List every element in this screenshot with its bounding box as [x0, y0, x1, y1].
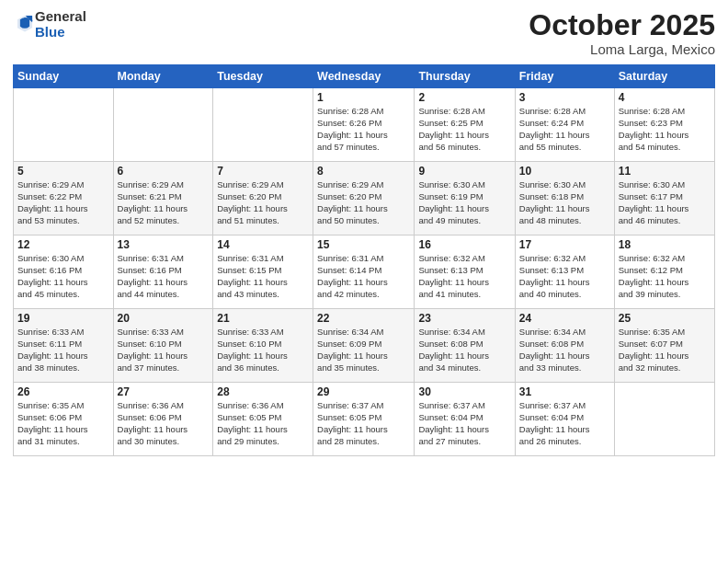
calendar-cell: 24Sunrise: 6:34 AM Sunset: 6:08 PM Dayli…	[515, 309, 614, 383]
calendar-table: SundayMondayTuesdayWednesdayThursdayFrid…	[13, 64, 715, 456]
day-number: 14	[217, 238, 309, 251]
day-number: 19	[17, 312, 109, 325]
day-number: 26	[17, 385, 109, 398]
calendar-cell: 20Sunrise: 6:33 AM Sunset: 6:10 PM Dayli…	[113, 309, 213, 383]
day-number: 28	[217, 385, 309, 398]
day-number: 29	[317, 385, 410, 398]
day-number: 12	[17, 238, 109, 251]
day-info: Sunrise: 6:34 AM Sunset: 6:08 PM Dayligh…	[519, 327, 610, 373]
calendar-cell: 18Sunrise: 6:32 AM Sunset: 6:12 PM Dayli…	[614, 236, 714, 309]
day-info: Sunrise: 6:36 AM Sunset: 6:06 PM Dayligh…	[118, 400, 210, 447]
weekday-header-thursday: Thursday	[415, 65, 515, 88]
title-block: October 2025 Loma Larga, Mexico	[529, 9, 715, 57]
day-info: Sunrise: 6:32 AM Sunset: 6:12 PM Dayligh…	[619, 253, 711, 300]
day-number: 25	[619, 312, 711, 325]
week-row-1: 1Sunrise: 6:28 AM Sunset: 6:26 PM Daylig…	[14, 88, 715, 162]
calendar-cell: 21Sunrise: 6:33 AM Sunset: 6:10 PM Dayli…	[213, 309, 313, 383]
day-number: 23	[418, 312, 510, 325]
calendar-cell: 31Sunrise: 6:37 AM Sunset: 6:04 PM Dayli…	[515, 383, 614, 456]
day-info: Sunrise: 6:31 AM Sunset: 6:14 PM Dayligh…	[317, 253, 410, 300]
day-number: 22	[317, 312, 410, 325]
day-info: Sunrise: 6:31 AM Sunset: 6:16 PM Dayligh…	[118, 253, 210, 300]
calendar-cell: 6Sunrise: 6:29 AM Sunset: 6:21 PM Daylig…	[113, 162, 213, 236]
day-info: Sunrise: 6:32 AM Sunset: 6:13 PM Dayligh…	[418, 253, 510, 300]
calendar-cell: 27Sunrise: 6:36 AM Sunset: 6:06 PM Dayli…	[113, 383, 213, 456]
main-container: General Blue October 2025 Loma Larga, Me…	[0, 0, 728, 563]
weekday-header-saturday: Saturday	[614, 65, 714, 88]
calendar-cell: 29Sunrise: 6:37 AM Sunset: 6:05 PM Dayli…	[313, 383, 415, 456]
day-info: Sunrise: 6:33 AM Sunset: 6:11 PM Dayligh…	[17, 327, 109, 373]
logo-icon	[15, 13, 35, 33]
calendar-cell	[614, 383, 714, 456]
calendar-cell: 3Sunrise: 6:28 AM Sunset: 6:24 PM Daylig…	[515, 88, 614, 162]
calendar-cell: 12Sunrise: 6:30 AM Sunset: 6:16 PM Dayli…	[14, 236, 114, 309]
day-info: Sunrise: 6:34 AM Sunset: 6:08 PM Dayligh…	[418, 327, 510, 373]
calendar-cell: 2Sunrise: 6:28 AM Sunset: 6:25 PM Daylig…	[415, 88, 515, 162]
day-info: Sunrise: 6:36 AM Sunset: 6:05 PM Dayligh…	[217, 400, 309, 447]
week-row-4: 19Sunrise: 6:33 AM Sunset: 6:11 PM Dayli…	[14, 309, 715, 383]
calendar-cell: 16Sunrise: 6:32 AM Sunset: 6:13 PM Dayli…	[415, 236, 515, 309]
calendar-cell: 19Sunrise: 6:33 AM Sunset: 6:11 PM Dayli…	[14, 309, 114, 383]
day-number: 8	[317, 165, 410, 178]
header: General Blue October 2025 Loma Larga, Me…	[13, 9, 715, 57]
week-row-5: 26Sunrise: 6:35 AM Sunset: 6:06 PM Dayli…	[14, 383, 715, 456]
day-number: 21	[217, 312, 309, 325]
day-number: 1	[317, 91, 410, 104]
day-number: 27	[118, 385, 210, 398]
weekday-header-wednesday: Wednesday	[313, 65, 415, 88]
day-info: Sunrise: 6:37 AM Sunset: 6:04 PM Dayligh…	[519, 400, 610, 447]
day-number: 9	[418, 165, 510, 178]
day-info: Sunrise: 6:34 AM Sunset: 6:09 PM Dayligh…	[317, 327, 410, 373]
day-info: Sunrise: 6:30 AM Sunset: 6:16 PM Dayligh…	[17, 253, 109, 300]
day-info: Sunrise: 6:29 AM Sunset: 6:20 PM Dayligh…	[217, 179, 309, 226]
day-info: Sunrise: 6:37 AM Sunset: 6:04 PM Dayligh…	[418, 400, 510, 447]
calendar-cell: 14Sunrise: 6:31 AM Sunset: 6:15 PM Dayli…	[213, 236, 313, 309]
calendar-cell: 17Sunrise: 6:32 AM Sunset: 6:13 PM Dayli…	[515, 236, 614, 309]
logo: General Blue	[13, 9, 86, 40]
day-info: Sunrise: 6:33 AM Sunset: 6:10 PM Dayligh…	[217, 327, 309, 373]
day-number: 10	[519, 165, 610, 178]
calendar-cell	[14, 88, 114, 162]
calendar-cell	[213, 88, 313, 162]
weekday-header-friday: Friday	[515, 65, 614, 88]
day-number: 2	[418, 91, 510, 104]
day-info: Sunrise: 6:29 AM Sunset: 6:20 PM Dayligh…	[317, 179, 410, 226]
day-info: Sunrise: 6:35 AM Sunset: 6:06 PM Dayligh…	[17, 400, 109, 447]
calendar-cell	[113, 88, 213, 162]
month-title: October 2025	[529, 9, 715, 41]
calendar-cell: 8Sunrise: 6:29 AM Sunset: 6:20 PM Daylig…	[313, 162, 415, 236]
calendar-cell: 13Sunrise: 6:31 AM Sunset: 6:16 PM Dayli…	[113, 236, 213, 309]
day-number: 4	[619, 91, 711, 104]
calendar-cell: 28Sunrise: 6:36 AM Sunset: 6:05 PM Dayli…	[213, 383, 313, 456]
calendar-cell: 22Sunrise: 6:34 AM Sunset: 6:09 PM Dayli…	[313, 309, 415, 383]
day-info: Sunrise: 6:33 AM Sunset: 6:10 PM Dayligh…	[118, 327, 210, 373]
day-info: Sunrise: 6:37 AM Sunset: 6:05 PM Dayligh…	[317, 400, 410, 447]
week-row-2: 5Sunrise: 6:29 AM Sunset: 6:22 PM Daylig…	[14, 162, 715, 236]
weekday-header-tuesday: Tuesday	[213, 65, 313, 88]
weekday-header-sunday: Sunday	[14, 65, 114, 88]
day-number: 6	[118, 165, 210, 178]
day-number: 13	[118, 238, 210, 251]
day-info: Sunrise: 6:30 AM Sunset: 6:19 PM Dayligh…	[418, 179, 510, 226]
day-number: 30	[418, 385, 510, 398]
day-info: Sunrise: 6:30 AM Sunset: 6:18 PM Dayligh…	[519, 179, 610, 226]
calendar-cell: 15Sunrise: 6:31 AM Sunset: 6:14 PM Dayli…	[313, 236, 415, 309]
calendar-cell: 7Sunrise: 6:29 AM Sunset: 6:20 PM Daylig…	[213, 162, 313, 236]
day-number: 7	[217, 165, 309, 178]
calendar-cell: 9Sunrise: 6:30 AM Sunset: 6:19 PM Daylig…	[415, 162, 515, 236]
day-info: Sunrise: 6:35 AM Sunset: 6:07 PM Dayligh…	[619, 327, 711, 373]
calendar-cell: 23Sunrise: 6:34 AM Sunset: 6:08 PM Dayli…	[415, 309, 515, 383]
day-info: Sunrise: 6:28 AM Sunset: 6:23 PM Dayligh…	[619, 106, 711, 153]
day-info: Sunrise: 6:28 AM Sunset: 6:24 PM Dayligh…	[519, 106, 610, 153]
calendar-cell: 25Sunrise: 6:35 AM Sunset: 6:07 PM Dayli…	[614, 309, 714, 383]
day-number: 20	[118, 312, 210, 325]
location: Loma Larga, Mexico	[529, 41, 715, 57]
day-info: Sunrise: 6:28 AM Sunset: 6:25 PM Dayligh…	[418, 106, 510, 153]
calendar-cell: 1Sunrise: 6:28 AM Sunset: 6:26 PM Daylig…	[313, 88, 415, 162]
day-info: Sunrise: 6:29 AM Sunset: 6:21 PM Dayligh…	[118, 179, 210, 226]
calendar-cell: 5Sunrise: 6:29 AM Sunset: 6:22 PM Daylig…	[14, 162, 114, 236]
weekday-header-monday: Monday	[113, 65, 213, 88]
logo-text: General Blue	[35, 9, 86, 40]
day-number: 15	[317, 238, 410, 251]
calendar-cell: 10Sunrise: 6:30 AM Sunset: 6:18 PM Dayli…	[515, 162, 614, 236]
